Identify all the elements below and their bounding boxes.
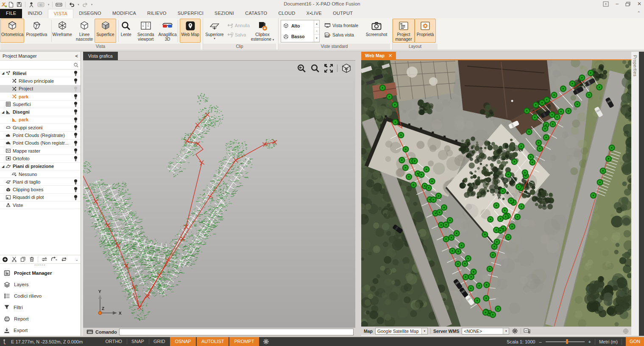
visibility-bulb-icon[interactable] xyxy=(73,70,78,76)
view-cube-3d-icon[interactable]: 3D xyxy=(341,63,351,73)
tree-item-ortofoto[interactable]: Ortofoto xyxy=(0,155,81,162)
collapsed-panel-edge[interactable] xyxy=(639,52,644,336)
toggle-autolist[interactable]: AUTOLIST xyxy=(197,337,229,346)
web-map-button[interactable]: Web Map xyxy=(180,19,201,43)
visibility-bulb-icon[interactable] xyxy=(73,101,78,107)
sidebar-item-layers[interactable]: Layers xyxy=(0,279,81,290)
visibility-bulb-icon[interactable] xyxy=(73,140,78,146)
zoom-fit-icon[interactable] xyxy=(324,64,333,73)
visibility-bulb-icon[interactable] xyxy=(73,125,78,131)
search-input[interactable] xyxy=(2,61,73,68)
zoom-slider[interactable] xyxy=(546,337,585,346)
clipbox-estensione-button[interactable]: Clipbox estensione ▾ xyxy=(249,19,276,43)
wireframe-button[interactable]: Wireframe xyxy=(50,19,74,43)
swap-button[interactable] xyxy=(42,257,47,262)
apply-dropdown-button[interactable] xyxy=(51,257,58,262)
slider-thumb[interactable] xyxy=(566,339,568,344)
cad-viewport[interactable]: 3D xyxy=(83,60,355,327)
visibility-bulb-icon[interactable] xyxy=(73,94,78,100)
search-icon[interactable] xyxy=(73,62,79,68)
status-gear-icon[interactable] xyxy=(263,338,269,345)
close-button[interactable]: ✕ xyxy=(637,1,641,7)
tree-item-park[interactable]: park xyxy=(0,116,81,124)
sidebar-item-filtri[interactable]: Filtri xyxy=(0,301,81,313)
sidebar-item-export[interactable]: Export xyxy=(0,324,81,336)
tree-item-rilievo-principale[interactable]: Rilievo principale xyxy=(0,77,81,85)
command-input[interactable] xyxy=(119,329,354,335)
tree-item-clipping-boxes[interactable]: Clipping boxes xyxy=(0,186,81,193)
units-label[interactable]: Metri (m) xyxy=(599,339,618,344)
tree-item-point-clouds-non-registr[interactable]: !Point Clouds (Non registr... xyxy=(0,140,81,147)
menu-tab-vista[interactable]: VISTA xyxy=(48,9,73,18)
chevron-down-icon[interactable]: ▼ xyxy=(503,328,509,334)
menu-tab-catasto[interactable]: CATASTO xyxy=(240,9,273,18)
annulla-button[interactable]: Annulla xyxy=(226,22,249,29)
toggle-prompt[interactable]: PROMPT xyxy=(229,337,259,346)
web-map-view[interactable] xyxy=(361,60,631,326)
tree-item-disegni[interactable]: ◢Disegni xyxy=(0,108,81,116)
viewport-splitter[interactable] xyxy=(355,52,361,336)
copy-button[interactable] xyxy=(20,257,26,262)
vista-frontale-button[interactable]: Vista frontale xyxy=(323,22,360,29)
tab-properties[interactable]: Properties xyxy=(633,55,637,77)
add-item-button[interactable] xyxy=(2,257,8,262)
map-settings-gear-icon[interactable] xyxy=(512,328,518,334)
visibility-bulb-icon[interactable] xyxy=(73,179,78,185)
visibility-bulb-icon[interactable] xyxy=(73,109,78,115)
menu-tab-x-live[interactable]: X•LIVE xyxy=(301,9,327,18)
toggle-snap[interactable]: SNAP xyxy=(127,337,149,346)
tree-item-piani-di-taglio[interactable]: Piani di taglio xyxy=(0,178,81,186)
toggle-osnap[interactable]: OSNAP xyxy=(170,337,196,346)
tree-item-nessuno[interactable]: Nessuno xyxy=(0,170,81,178)
listbox-spinner[interactable]: ▲ ▪ ▼ xyxy=(314,20,319,42)
tab-web-map[interactable]: Web Map ✕ xyxy=(361,52,396,59)
visibility-bulb-icon[interactable] xyxy=(73,195,78,201)
menu-tab-superfici[interactable]: SUPERFICI xyxy=(172,9,209,18)
menu-tab-disegno[interactable]: DISEGNO xyxy=(73,9,107,18)
linee-nascoste-button[interactable]: Linee nascoste xyxy=(74,19,95,43)
sidebar-item-report[interactable]: Report xyxy=(0,313,81,324)
panel-splitter-handle[interactable]: ▪▪▪▪▪▪ xyxy=(0,264,81,267)
visibility-bulb-icon[interactable] xyxy=(73,148,78,154)
visibility-bulb-icon[interactable] xyxy=(73,187,78,193)
map-image-export-icon[interactable] xyxy=(524,328,530,334)
collapse-ribbon-chevron-icon[interactable]: ⌃ xyxy=(637,11,641,15)
cad-canvas[interactable] xyxy=(83,61,355,328)
tree-expander-icon[interactable]: ◢ xyxy=(1,165,5,168)
tree-item-project[interactable]: Project xyxy=(0,85,81,93)
zoom-plus[interactable]: + xyxy=(588,339,591,344)
ribbon-options-icon[interactable] xyxy=(603,1,609,7)
delete-button[interactable] xyxy=(29,257,34,262)
visibility-bulb-icon[interactable] xyxy=(73,156,78,162)
prospettiva-button[interactable]: Prospettiva xyxy=(24,19,49,43)
menu-tab-inizio[interactable]: INIZIO xyxy=(22,9,47,18)
tree-item-riquadri-di-plot[interactable]: Riquadri di plot xyxy=(0,194,81,201)
view-alto-item[interactable]: Alto xyxy=(281,20,314,31)
salva-vista-button[interactable]: Salva vista xyxy=(323,31,360,38)
tree-item-piani-di-proiezione[interactable]: ◢Piani di proiezione xyxy=(0,163,81,170)
cut-button[interactable] xyxy=(11,257,17,262)
tree-item-gruppi-sezioni[interactable]: Gruppi sezioni xyxy=(0,124,81,131)
sidebar-item-project-manager[interactable]: Project Manager xyxy=(0,267,81,279)
tree-item-point-clouds-registrate[interactable]: Point Clouds (Registrate) xyxy=(0,131,81,139)
visibility-bulb-icon[interactable] xyxy=(73,117,78,123)
tree-item-viste[interactable]: Viste xyxy=(0,201,81,209)
tree-expander-icon[interactable]: ◢ xyxy=(1,110,5,114)
screenshot-button[interactable]: Screenshot xyxy=(364,19,389,43)
seconda-viewport-button[interactable]: III Seconda viewport xyxy=(135,19,157,43)
menu-tab-cloud[interactable]: CLOUD xyxy=(273,9,301,18)
lente-button[interactable]: Lente xyxy=(117,19,135,43)
zoom-previous-icon[interactable] xyxy=(297,64,307,73)
server-wms-select[interactable]: <NONE> ▼ xyxy=(462,328,509,335)
restore-button[interactable] xyxy=(625,2,630,6)
tree-item-park[interactable]: park xyxy=(0,93,81,100)
zoom-window-icon[interactable] xyxy=(310,64,320,73)
tree-item-superfici[interactable]: Superfici xyxy=(0,100,81,108)
refresh-button[interactable] xyxy=(61,257,67,262)
superiore-button[interactable]: Superiore ▾ xyxy=(203,19,226,43)
toolbar-overflow-chevron-icon[interactable]: ⌄ xyxy=(75,257,78,262)
menu-tab-modifica[interactable]: MODIFICA xyxy=(107,9,142,18)
zoom-minus[interactable]: – xyxy=(539,339,541,344)
tree-item-mappe-raster[interactable]: Mappe raster xyxy=(0,147,81,155)
tab-vista-grafica[interactable]: Vista grafica xyxy=(83,52,118,60)
